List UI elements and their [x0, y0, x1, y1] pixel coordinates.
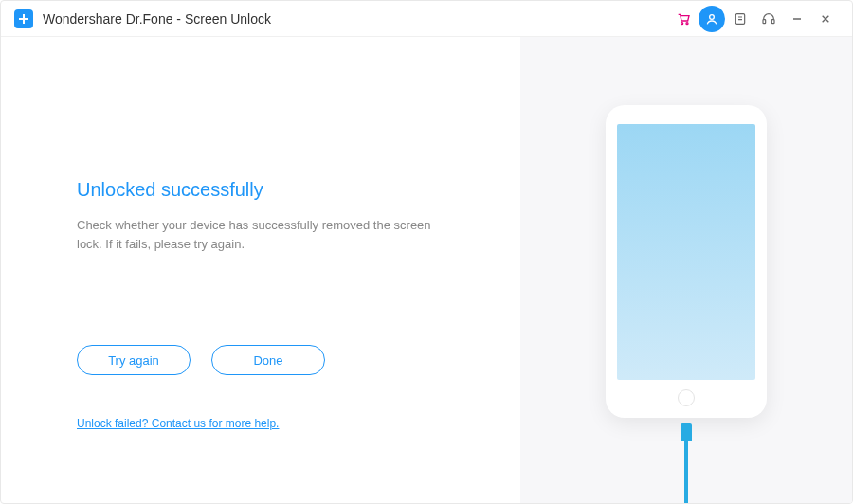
close-icon[interactable]: [812, 6, 839, 32]
svg-point-1: [686, 22, 688, 24]
status-heading: Unlocked successfully: [77, 179, 482, 201]
cart-icon[interactable]: [670, 6, 697, 32]
svg-rect-5: [771, 19, 774, 23]
user-icon[interactable]: [699, 6, 725, 32]
status-description: Check whether your device has successful…: [77, 216, 456, 254]
feedback-icon[interactable]: [727, 6, 753, 32]
try-again-button[interactable]: Try again: [77, 345, 191, 375]
app-logo-icon: [14, 9, 33, 28]
left-panel: Unlocked successfully Check whether your…: [1, 37, 520, 503]
app-title: Wondershare Dr.Fone - Screen Unlock: [43, 11, 271, 27]
headset-icon[interactable]: [755, 6, 782, 32]
app-window: Wondershare Dr.Fone - Screen Unlock Unlo…: [0, 0, 853, 504]
titlebar: Wondershare Dr.Fone - Screen Unlock: [1, 1, 852, 37]
cable-icon: [684, 441, 688, 503]
content-area: Unlocked successfully Check whether your…: [1, 37, 852, 503]
svg-point-0: [681, 22, 683, 24]
svg-rect-3: [735, 13, 744, 24]
phone-screen: [617, 124, 755, 380]
cable-plug-icon: [681, 423, 692, 441]
svg-rect-4: [763, 19, 766, 23]
phone-home-button: [678, 389, 695, 406]
button-row: Try again Done: [77, 345, 482, 375]
phone-illustration: [606, 105, 767, 418]
help-link[interactable]: Unlock failed? Contact us for more help.: [77, 417, 279, 430]
right-panel: [520, 37, 852, 503]
minimize-icon[interactable]: [784, 6, 810, 32]
svg-point-2: [710, 14, 715, 19]
done-button[interactable]: Done: [211, 345, 325, 375]
